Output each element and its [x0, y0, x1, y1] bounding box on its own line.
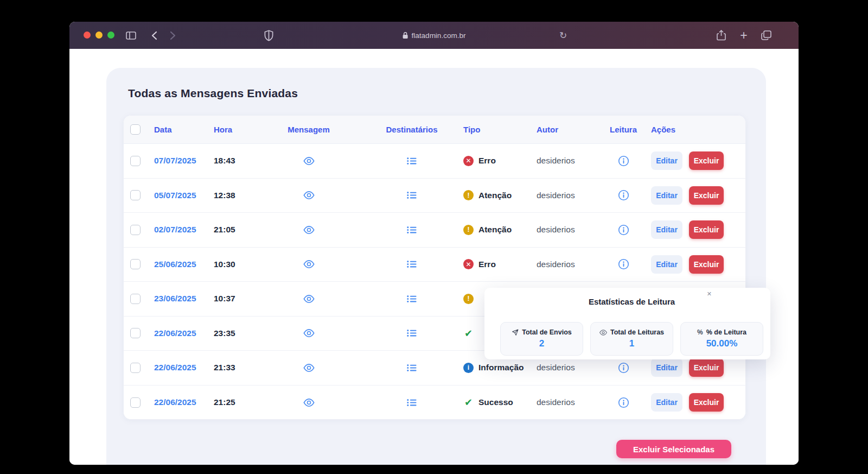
eye-icon[interactable] [303, 191, 315, 199]
delete-button[interactable]: Excluir [689, 255, 724, 274]
eye-icon[interactable] [303, 260, 315, 268]
row-checkbox[interactable] [130, 225, 141, 235]
edit-button[interactable]: Editar [651, 186, 682, 205]
address-bar[interactable]: flatadmin.com.br [403, 22, 466, 49]
info-icon[interactable] [618, 397, 629, 408]
list-icon[interactable] [407, 260, 417, 268]
row-type-label: Atenção [478, 225, 512, 235]
row-author: desiderios [537, 225, 575, 235]
info-icon[interactable] [618, 155, 629, 167]
row-author: desiderios [537, 260, 575, 269]
share-icon[interactable] [714, 22, 728, 49]
back-icon[interactable] [148, 22, 161, 49]
row-checkbox[interactable] [130, 363, 141, 373]
row-date[interactable]: 22/06/2025 [154, 397, 196, 407]
info-icon[interactable] [618, 362, 629, 374]
info-icon[interactable] [618, 189, 629, 201]
row-checkbox[interactable] [130, 190, 141, 200]
info-icon[interactable] [618, 224, 629, 236]
browser-toolbar: flatadmin.com.br ↻ + [69, 22, 799, 49]
table-row: 22/06/2025 21:25 ✔ Sucesso desiderios Ed… [124, 385, 745, 420]
list-icon[interactable] [407, 157, 417, 165]
type-cell: i Informação [463, 363, 537, 373]
messages-table: Data Hora Mensagem Destinatários Tipo Au… [123, 115, 746, 420]
lock-icon [403, 31, 409, 39]
delete-button[interactable]: Excluir [689, 186, 724, 205]
eye-icon[interactable] [303, 364, 315, 372]
eye-icon [599, 330, 607, 336]
row-time: 23:35 [214, 328, 235, 338]
stat-label: Total de Envios [522, 328, 571, 336]
edit-button[interactable]: Editar [651, 255, 682, 274]
list-icon[interactable] [407, 191, 417, 199]
reload-icon[interactable]: ↻ [557, 22, 570, 49]
row-date[interactable]: 25/06/2025 [154, 260, 196, 269]
row-date[interactable]: 05/07/2025 [154, 191, 196, 200]
eye-icon[interactable] [303, 226, 315, 234]
row-checkbox[interactable] [130, 328, 141, 338]
recipients-cell [360, 295, 463, 303]
row-checkbox[interactable] [130, 397, 141, 408]
view-message-cell [257, 295, 360, 303]
tab-overview-icon[interactable] [758, 22, 774, 49]
row-date[interactable]: 22/06/2025 [154, 363, 196, 372]
close-icon[interactable]: ✕ [707, 290, 712, 298]
recipients-cell [360, 364, 463, 372]
cell-leitura [602, 258, 645, 270]
list-icon[interactable] [407, 364, 417, 372]
row-date[interactable]: 22/06/2025 [154, 328, 196, 338]
row-time: 18:43 [214, 156, 235, 166]
header-hora: Hora [208, 125, 257, 134]
header-mensagem: Mensagem [257, 125, 360, 134]
view-message-cell [257, 329, 360, 337]
row-date[interactable]: 07/07/2025 [154, 156, 196, 166]
maximize-window-button[interactable] [107, 31, 114, 39]
edit-button[interactable]: Editar [651, 220, 682, 239]
shield-icon[interactable] [261, 22, 276, 49]
list-icon[interactable] [407, 399, 417, 407]
eye-icon[interactable] [303, 399, 315, 407]
recipients-cell [360, 157, 463, 165]
cell-acoes: Editar Excluir [645, 220, 746, 239]
eye-icon[interactable] [303, 157, 315, 165]
row-date[interactable]: 23/06/2025 [154, 294, 196, 304]
cell-leitura [602, 224, 645, 236]
row-checkbox[interactable] [130, 259, 141, 269]
stat-value: 2 [539, 338, 544, 349]
minimize-window-button[interactable] [95, 31, 103, 39]
row-time: 12:38 [214, 191, 235, 200]
list-icon[interactable] [407, 329, 417, 337]
row-type-label: Atenção [478, 191, 512, 200]
page-title: Todas as Mensagens Enviadas [128, 87, 298, 100]
row-date[interactable]: 02/07/2025 [154, 225, 196, 235]
header-tipo: Tipo [463, 125, 537, 134]
delete-button[interactable]: Excluir [689, 358, 724, 377]
url-text: flatadmin.com.br [412, 31, 466, 40]
list-icon[interactable] [407, 226, 417, 234]
delete-button[interactable]: Excluir [689, 393, 724, 412]
list-icon[interactable] [407, 295, 417, 303]
header-autor: Autor [537, 125, 602, 134]
type-icon: ✔ [463, 328, 474, 338]
row-checkbox[interactable] [130, 156, 141, 166]
eye-icon[interactable] [303, 329, 315, 337]
delete-button[interactable]: Excluir [689, 151, 724, 170]
edit-button[interactable]: Editar [651, 393, 682, 412]
close-window-button[interactable] [84, 31, 91, 39]
delete-selected-button[interactable]: Excluir Selecionadas [616, 440, 731, 458]
edit-button[interactable]: Editar [651, 358, 682, 377]
forward-icon[interactable] [166, 22, 179, 49]
cell-acoes: Editar Excluir [645, 393, 746, 412]
eye-icon[interactable] [303, 295, 315, 303]
recipients-cell [360, 399, 463, 407]
new-tab-icon[interactable]: + [737, 22, 751, 49]
edit-button[interactable]: Editar [651, 151, 682, 170]
info-icon[interactable] [618, 258, 629, 270]
view-message-cell [257, 191, 360, 199]
stat-label: % de Leitura [706, 328, 746, 336]
delete-button[interactable]: Excluir [689, 220, 724, 239]
sidebar-toggle-icon[interactable] [124, 22, 137, 49]
stat-value: 50.00% [706, 338, 738, 349]
row-checkbox[interactable] [130, 294, 141, 304]
select-all-checkbox[interactable] [130, 124, 141, 135]
